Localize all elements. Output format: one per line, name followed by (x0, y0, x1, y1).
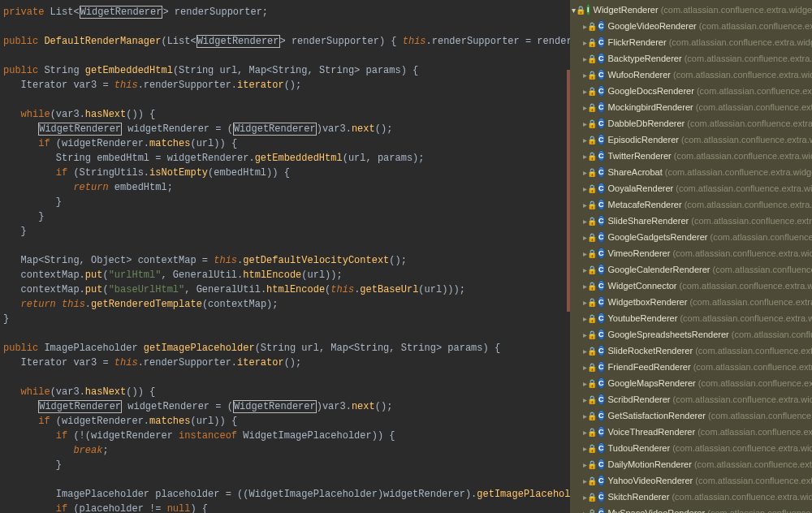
code-line[interactable]: } (3, 458, 570, 472)
tree-item[interactable]: 🔒CWidgetConnector (com.atlassian.conflue… (570, 278, 812, 294)
tree-item[interactable]: 🔒CShareAcrobat (com.atlassian.confluence… (570, 164, 812, 180)
class-name: MySpaceVideoRenderer (608, 508, 706, 513)
code-line[interactable]: contextMap.put("baseUrlHtml", GeneralUti… (3, 282, 570, 297)
code-line[interactable]: if (!(widgetRenderer instanceof WidgetIm… (3, 429, 570, 443)
tree-root[interactable]: 🔒 I WidgetRenderer (com.atlassian.conflu… (570, 2, 812, 18)
code-line[interactable]: WidgetRenderer widgetRenderer = (WidgetR… (3, 399, 570, 414)
blank-line[interactable] (3, 472, 570, 487)
class-name: GoogleMapsRenderer (608, 378, 696, 388)
tree-item[interactable]: 🔒CYahooVideoRenderer (com.atlassian.conf… (570, 472, 812, 489)
class-tree[interactable]: 🔒 I WidgetRenderer (com.atlassian.conflu… (570, 0, 812, 513)
method-name: getEmbeddedHtml (85, 65, 173, 76)
blank-line[interactable] (3, 49, 570, 63)
tree-item[interactable]: 🔒CSlideShareRenderer (com.atlassian.conf… (570, 213, 812, 229)
tree-item[interactable]: 🔒CSkitchRenderer (com.atlassian.confluen… (570, 489, 812, 505)
tree-item[interactable]: 🔒COoyalaRenderer (com.atlassian.confluen… (570, 180, 812, 196)
code-line[interactable]: } (3, 224, 570, 239)
tree-item[interactable]: 🔒CGoogleDocsRenderer (com.atlassian.conf… (570, 83, 812, 99)
keyword-this: this (62, 299, 85, 310)
class-icon: C (598, 329, 605, 340)
code-line[interactable]: if (widgetRenderer.matches(url)) { (3, 414, 570, 429)
text: (List< (161, 36, 196, 47)
lock-icon: 🔒 (587, 103, 597, 112)
code-line[interactable]: } (3, 209, 570, 224)
method-call: hasNext (85, 109, 126, 120)
code-line[interactable]: private List<WidgetRenderer> renderSuppo… (3, 5, 570, 19)
code-line[interactable]: } (3, 312, 570, 326)
method-call: getImagePlaceholder (477, 489, 570, 500)
blank-line[interactable] (3, 326, 570, 341)
code-line[interactable]: Iterator var3 = this.renderSupporter.ite… (3, 356, 570, 370)
tree-item[interactable]: 🔒CScribdRenderer (com.atlassian.confluen… (570, 391, 812, 407)
keyword: public (3, 343, 44, 354)
tree-item[interactable]: 🔒CSlideRocketRenderer (com.atlassian.con… (570, 343, 812, 359)
class-icon: C (598, 442, 605, 454)
tree-item[interactable]: 🔒CGoogleSpreadsheetsRenderer (com.atlass… (570, 326, 812, 343)
tree-item[interactable]: 🔒CBacktypeRenderer (com.atlassian.conflu… (570, 50, 812, 67)
code-line[interactable]: Iterator var3 = this.renderSupporter.ite… (3, 78, 570, 93)
blank-line[interactable] (3, 239, 570, 253)
tree-item[interactable]: 🔒CMetacafeRenderer (com.atlassian.conflu… (570, 196, 812, 213)
tree-item[interactable]: 🔒CWufooRenderer (com.atlassian.confluenc… (570, 67, 812, 83)
tree-item[interactable]: 🔒CDabbleDbRenderer (com.atlassian.conflu… (570, 115, 812, 131)
tree-item[interactable]: 🔒CFlickrRenderer (com.atlassian.confluen… (570, 34, 812, 50)
code-line[interactable]: break; (3, 443, 570, 458)
code-line[interactable]: return embedHtml; (3, 180, 570, 195)
code-line[interactable]: contextMap.put("urlHtml", GeneralUtil.ht… (3, 268, 570, 282)
text: } (3, 196, 62, 208)
code-line[interactable]: WidgetRenderer widgetRenderer = (WidgetR… (3, 122, 570, 136)
tree-item[interactable]: 🔒CGoogleGadgetsRenderer (com.atlassian.c… (570, 229, 812, 245)
code-line[interactable]: if (widgetRenderer.matches(url)) { (3, 136, 570, 151)
method-call: matches (149, 416, 190, 427)
class-icon: C (598, 313, 605, 324)
tree-item[interactable]: 🔒CDailyMotionRenderer (com.atlassian.con… (570, 456, 812, 472)
package-label: (com.atlassian.confluence.extra.widgetco… (693, 102, 812, 112)
text: (url)) { (190, 416, 237, 427)
tree-item[interactable]: 🔒CGetSatisfactionRenderer (com.atlassian… (570, 407, 812, 424)
tree-item[interactable]: 🔒CTwitterRenderer (com.atlassian.conflue… (570, 148, 812, 164)
tree-item[interactable]: 🔒CMySpaceVideoRenderer (com.atlassian.co… (570, 505, 812, 513)
hierarchy-panel[interactable]: 🔒 I WidgetRenderer (com.atlassian.conflu… (570, 0, 812, 513)
class-name: FriendFeedRenderer (608, 362, 691, 372)
blank-line[interactable] (3, 93, 570, 107)
code-line[interactable]: return this.getRenderedTemplate(contextM… (3, 297, 570, 312)
code-line[interactable]: public String getEmbeddedHtml(String url… (3, 63, 570, 78)
error-stripe[interactable] (567, 70, 570, 312)
lock-icon: 🔒 (587, 412, 597, 420)
tree-item[interactable]: 🔒CYoutubeRenderer (com.atlassian.conflue… (570, 310, 812, 326)
class-icon: C (598, 166, 605, 178)
code-editor[interactable]: private List<WidgetRenderer> renderSuppo… (0, 0, 570, 513)
tree-item[interactable]: 🔒CVimeoRenderer (com.atlassian.confluenc… (570, 245, 812, 261)
tree-item[interactable]: 🔒CGoogleMapsRenderer (com.atlassian.conf… (570, 375, 812, 391)
tree-item[interactable]: 🔒CMockingbirdRenderer (com.atlassian.con… (570, 99, 812, 115)
code-line[interactable]: while(var3.hasNext()) { (3, 107, 570, 122)
text (3, 503, 56, 513)
code-line[interactable]: ImagePlaceholder placeholder = ((WidgetI… (3, 487, 570, 502)
text: ()) { (126, 386, 155, 398)
text (3, 138, 38, 149)
code-line[interactable]: Map<String, Object> contextMap = this.ge… (3, 253, 570, 268)
text: contextMap. (3, 269, 85, 281)
tree-item[interactable]: 🔒CGoogleCalenderRenderer (com.atlassian.… (570, 261, 812, 278)
tree-item[interactable]: 🔒CWidgetboxRenderer (com.atlassian.confl… (570, 294, 812, 310)
code-line[interactable]: if (placeholder != null) { (3, 502, 570, 513)
lock-icon: 🔒 (587, 347, 597, 356)
tree-item[interactable]: 🔒CGoogleVideoRenderer (com.atlassian.con… (570, 18, 812, 34)
code-line[interactable]: while(var3.hasNext()) { (3, 385, 570, 399)
blank-line[interactable] (3, 19, 570, 34)
keyword: return (73, 182, 114, 193)
usage-highlight: WidgetRenderer (38, 123, 122, 136)
tree-item[interactable]: 🔒CEpisodicRenderer (com.atlassian.conflu… (570, 131, 812, 148)
code-line[interactable]: if (StringUtils.isNotEmpty(embedHtml)) { (3, 166, 570, 180)
code-line[interactable]: } (3, 195, 570, 209)
tree-item[interactable]: 🔒CTudouRenderer (com.atlassian.confluenc… (570, 440, 812, 456)
tree-item[interactable]: 🔒CVoiceThreadRenderer (com.atlassian.con… (570, 424, 812, 440)
package-label: (com.atlassian.confluence.extra.widgetco… (689, 216, 812, 226)
blank-line[interactable] (3, 370, 570, 385)
code-line[interactable]: public DefaultRenderManager(List<WidgetR… (3, 34, 570, 49)
code-line[interactable]: public ImagePlaceholder getImagePlacehol… (3, 341, 570, 356)
tree-item[interactable]: 🔒CFriendFeedRenderer (com.atlassian.conf… (570, 359, 812, 375)
class-name: ShareAcrobat (608, 167, 663, 177)
code-line[interactable]: String embedHtml = widgetRenderer.getEmb… (3, 151, 570, 166)
class-name: TudouRenderer (608, 443, 671, 453)
